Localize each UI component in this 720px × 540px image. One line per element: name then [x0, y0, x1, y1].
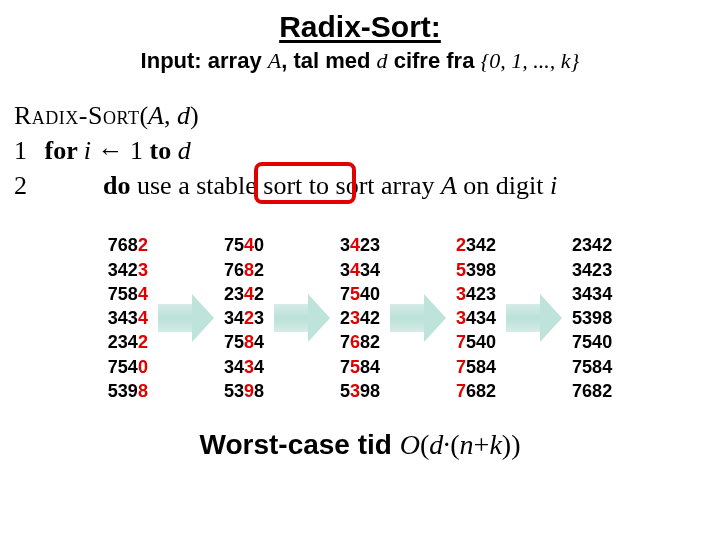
var-i2: i	[550, 171, 557, 200]
digit-seg: 398	[466, 258, 496, 282]
number-row: 2342	[108, 330, 148, 354]
number-row: 5398	[340, 379, 380, 403]
subtitle-prefix: Input: array	[141, 48, 268, 73]
number-row: 7682	[340, 330, 380, 354]
number-row: 7540	[108, 355, 148, 379]
number-row: 2342	[456, 233, 496, 257]
pass-col-3: 2342539834233434754075847682	[456, 233, 496, 403]
var-A: A	[441, 171, 457, 200]
digit-seg: 3	[254, 306, 264, 330]
digit-seg: 682	[466, 379, 496, 403]
number-row: 7584	[572, 355, 612, 379]
digit-seg: 2342	[572, 233, 612, 257]
number-row: 5398	[224, 379, 264, 403]
digit-seg: 9	[244, 379, 254, 403]
digit-seg: 539	[108, 379, 138, 403]
digit-seg: 4	[350, 233, 360, 257]
number-row: 5398	[108, 379, 148, 403]
digit-seg: 2	[138, 330, 148, 354]
digit-seg: 2	[244, 306, 254, 330]
subtitle-d: d	[377, 48, 388, 73]
digit-seg: 4	[254, 355, 264, 379]
number-row: 3423	[224, 306, 264, 330]
digit-seg: 6	[350, 330, 360, 354]
kw-do: do	[103, 171, 137, 200]
pseudocode-line-1: 1 for i ← 1 to d	[14, 133, 706, 168]
arrow-icon	[272, 258, 332, 378]
number-row: 7682	[456, 379, 496, 403]
big-O: O	[400, 429, 420, 460]
arg-comma: ,	[164, 101, 177, 130]
digit-seg: 2	[254, 282, 264, 306]
digit-seg: 98	[360, 379, 380, 403]
number-row: 3434	[108, 306, 148, 330]
digit-seg: 7	[456, 330, 466, 354]
var-d: d	[429, 429, 443, 460]
digit-seg: 0	[254, 233, 264, 257]
pseudocode-head: Radix-Sort(A, d)	[14, 98, 706, 133]
digit-seg: 3423	[572, 258, 612, 282]
paren-close: ))	[502, 429, 521, 460]
digit-seg: 3	[340, 233, 350, 257]
text-rest1: use a stable sort to sort array	[137, 171, 441, 200]
var-i: i	[84, 136, 91, 165]
digit-seg: 584	[466, 355, 496, 379]
paren-close: )	[190, 101, 199, 130]
kw-for: for	[45, 136, 84, 165]
digit-seg: 4	[138, 306, 148, 330]
page-title: Radix-Sort:	[0, 0, 720, 44]
digit-seg: 7584	[572, 355, 612, 379]
digit-seg: 7	[340, 282, 350, 306]
digit-seg: 7682	[572, 379, 612, 403]
digit-seg: 768	[108, 233, 138, 257]
digit-seg: 84	[360, 355, 380, 379]
number-row: 3434	[572, 282, 612, 306]
digit-seg: 42	[360, 306, 380, 330]
var-k: k	[489, 429, 501, 460]
digit-seg: 423	[466, 282, 496, 306]
number-row: 7682	[224, 258, 264, 282]
plus: +	[474, 429, 490, 460]
digit-seg: 4	[244, 233, 254, 257]
paren-open: (	[139, 101, 148, 130]
subtitle: Input: array A, tal med d cifre fra {0, …	[0, 48, 720, 74]
digit-seg: 23	[360, 233, 380, 257]
digit-seg: 0	[138, 355, 148, 379]
complexity-line: Worst-case tid O(d·(n+k))	[0, 429, 720, 461]
dot: ·(	[443, 429, 459, 460]
digit-seg: 4	[138, 282, 148, 306]
digit-seg: 2	[254, 258, 264, 282]
complexity-label: Worst-case tid	[200, 429, 400, 460]
digit-seg: 75	[224, 330, 244, 354]
pseudocode-line-2: 2 do use a stable sort to sort array A o…	[14, 168, 706, 203]
number-row: 3434	[456, 306, 496, 330]
digit-seg: 8	[244, 330, 254, 354]
digit-seg: 7	[340, 355, 350, 379]
digit-seg: 5398	[572, 306, 612, 330]
digit-seg: 3434	[572, 282, 612, 306]
arrow-icon	[156, 258, 216, 378]
digit-seg: 7540	[572, 330, 612, 354]
digit-seg: 5	[456, 258, 466, 282]
digit-seg: 754	[108, 355, 138, 379]
digit-seg: 3	[350, 379, 360, 403]
digit-seg: 7	[456, 379, 466, 403]
arrow-icon	[504, 258, 564, 378]
digit-seg: 5	[340, 379, 350, 403]
passes-row: 7682342375843434234275405398 75407682234…	[0, 233, 720, 403]
digit-seg: 758	[108, 282, 138, 306]
digit-seg: 2	[138, 233, 148, 257]
digit-seg: 34	[360, 258, 380, 282]
number-row: 7540	[572, 330, 612, 354]
digit-seg: 3	[456, 306, 466, 330]
digit-seg: 53	[224, 379, 244, 403]
number-row: 7584	[456, 355, 496, 379]
line-number: 1	[14, 133, 38, 168]
digit-seg: 540	[466, 330, 496, 354]
digit-seg: 343	[108, 306, 138, 330]
number-row: 7540	[340, 282, 380, 306]
pseudocode-block: Radix-Sort(A, d) 1 for i ← 1 to d 2 do u…	[14, 98, 706, 203]
pass-col-1: 7540768223423423758434345398	[224, 233, 264, 403]
number-row: 7584	[224, 330, 264, 354]
var-d: d	[178, 136, 191, 165]
